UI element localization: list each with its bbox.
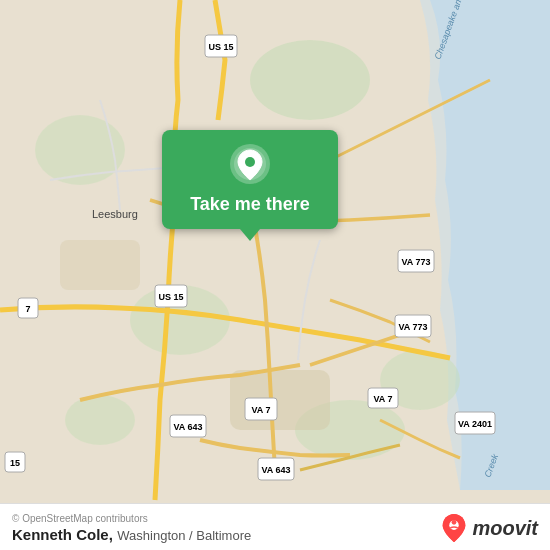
take-me-there-button[interactable]: Take me there — [162, 130, 338, 229]
va773-shield-2: VA 773 — [398, 322, 427, 332]
us15-shield-2: US 15 — [158, 292, 183, 302]
location-pin-icon — [228, 142, 272, 186]
callout-container[interactable]: Take me there — [150, 130, 350, 229]
va2401-shield: VA 2401 — [458, 419, 492, 429]
svg-point-23 — [452, 520, 457, 525]
va643-shield-1: VA 643 — [173, 422, 202, 432]
svg-rect-7 — [60, 240, 140, 290]
bottom-left: © OpenStreetMap contributors Kenneth Col… — [12, 513, 251, 544]
svg-point-0 — [250, 40, 370, 120]
moovit-text: moovit — [472, 517, 538, 540]
va7-bottom-shield: VA 7 — [373, 394, 392, 404]
svg-point-21 — [245, 157, 255, 167]
copyright-text: © OpenStreetMap contributors — [12, 513, 251, 524]
route7-shield: 7 — [25, 304, 30, 314]
bottom-bar: © OpenStreetMap contributors Kenneth Col… — [0, 503, 550, 550]
location-info: Kenneth Cole, Washington / Baltimore — [12, 526, 251, 544]
route15-bottom-shield: 15 — [10, 458, 20, 468]
us15-shield-1: US 15 — [208, 42, 233, 52]
map-svg: US 15 US 15 VA 7 7 VA 643 VA 643 VA 773 … — [0, 0, 550, 550]
moovit-logo: moovit — [440, 512, 538, 544]
location-region: Washington / Baltimore — [117, 528, 251, 543]
va643-shield-2: VA 643 — [261, 465, 290, 475]
leesburg-label: Leesburg — [92, 208, 138, 220]
va7-shield: VA 7 — [251, 405, 270, 415]
moovit-pin-icon — [440, 512, 468, 544]
svg-point-5 — [65, 395, 135, 445]
callout-label: Take me there — [190, 194, 310, 215]
map-container: US 15 US 15 VA 7 7 VA 643 VA 643 VA 773 … — [0, 0, 550, 550]
va773-shield-1: VA 773 — [401, 257, 430, 267]
location-name: Kenneth Cole, — [12, 526, 113, 543]
